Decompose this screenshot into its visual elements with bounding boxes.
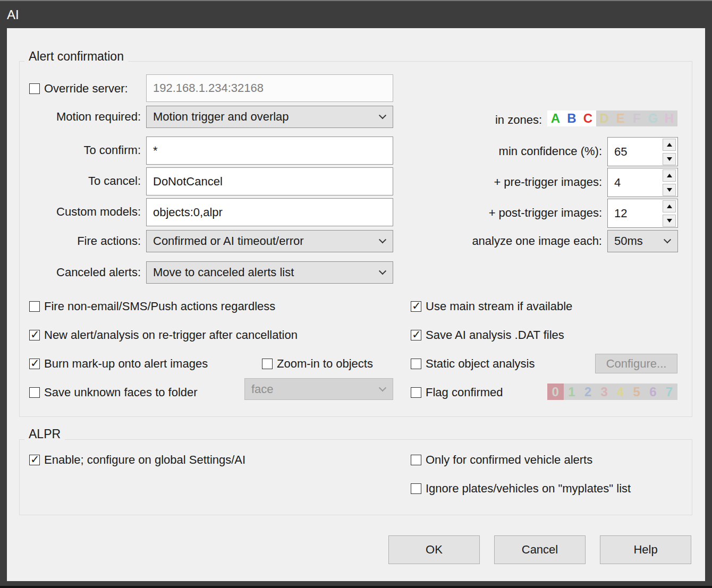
configure-button: Configure... (595, 354, 677, 373)
flag-cell-0[interactable]: 0 (547, 384, 564, 400)
alpr-groupbox (19, 439, 692, 515)
analyze-interval-select[interactable]: 50ms (607, 230, 678, 252)
alpr-ignore-plates-checkbox-row[interactable]: Ignore plates/vehicles on "myplates" lis… (411, 483, 631, 495)
static-object-checkbox-row[interactable]: Static object analysis (411, 358, 535, 370)
in-zones-label: in zones: (414, 112, 542, 128)
save-dat-files-label: Save AI analysis .DAT files (426, 328, 564, 342)
arrow-down-icon (667, 188, 672, 192)
fire-non-email-label: Fire non-email/SMS/Push actions regardle… (44, 300, 275, 313)
flag-cell-3[interactable]: 3 (596, 384, 613, 400)
motion-required-select[interactable]: Motion trigger and overlap (146, 106, 393, 128)
burn-markup-label: Burn mark-up onto alert images (44, 357, 208, 371)
zone-cell-d[interactable]: D (596, 110, 613, 126)
canceled-alerts-select[interactable]: Move to canceled alerts list (146, 261, 393, 284)
post-trigger-value: 12 (608, 207, 627, 220)
use-main-stream-checkbox-row[interactable]: Use main stream if available (411, 301, 572, 312)
spin-down-button[interactable] (663, 215, 676, 227)
zone-selector[interactable]: A B C D E F G H (547, 110, 677, 126)
help-button[interactable]: Help (600, 535, 691, 564)
ok-button[interactable]: OK (388, 535, 480, 564)
canceled-alerts-value: Move to canceled alerts list (153, 266, 294, 279)
flag-cell-4[interactable]: 4 (612, 384, 629, 400)
to-cancel-input[interactable]: DoNotCancel (146, 167, 393, 195)
arrow-up-icon (667, 143, 672, 147)
arrow-up-icon (667, 174, 672, 177)
flag-confirmed-checkbox-row[interactable]: Flag confirmed (411, 387, 503, 398)
zone-cell-a[interactable]: A (547, 110, 564, 126)
arrow-up-icon (667, 204, 672, 208)
to-cancel-value: DoNotCancel (153, 175, 223, 189)
to-cancel-label: To cancel: (19, 173, 141, 189)
zoom-in-objects-checkbox-row[interactable]: Zoom-in to objects (262, 358, 373, 370)
title-bar[interactable]: AI (0, 1, 712, 28)
alpr-ignore-plates-checkbox[interactable] (411, 483, 421, 494)
flag-confirmed-label: Flag confirmed (426, 386, 503, 399)
new-alert-retrigger-label: New alert/analysis on re-trigger after c… (44, 328, 298, 342)
custom-models-value: objects:0,alpr (153, 206, 223, 219)
alpr-ignore-plates-label: Ignore plates/vehicles on "myplates" lis… (426, 482, 631, 496)
flag-confirmed-checkbox[interactable] (411, 387, 421, 398)
fire-non-email-checkbox[interactable] (29, 301, 40, 312)
use-main-stream-checkbox[interactable] (411, 301, 421, 312)
fire-actions-value: Confirmed or AI timeout/error (153, 234, 304, 248)
override-server-value: 192.168.1.234:32168 (153, 81, 264, 95)
override-server-checkbox[interactable] (29, 83, 40, 94)
custom-models-input[interactable]: objects:0,alpr (146, 198, 393, 226)
pre-trigger-spinner[interactable]: 4 (607, 168, 678, 197)
flag-cell-7[interactable]: 7 (661, 384, 677, 400)
spin-up-button[interactable] (663, 139, 676, 151)
to-confirm-value: * (153, 144, 158, 158)
zone-cell-c[interactable]: C (580, 110, 596, 126)
alpr-only-confirmed-checkbox-row[interactable]: Only for confirmed vehicle alerts (411, 454, 592, 466)
fire-non-email-checkbox-row[interactable]: Fire non-email/SMS/Push actions regardle… (29, 301, 275, 312)
save-unknown-faces-checkbox[interactable] (29, 387, 40, 398)
burn-markup-checkbox-row[interactable]: Burn mark-up onto alert images (29, 358, 208, 370)
motion-required-label: Motion required: (19, 109, 141, 125)
burn-markup-checkbox[interactable] (29, 359, 40, 369)
to-confirm-input[interactable]: * (146, 137, 393, 165)
save-unknown-faces-checkbox-row[interactable]: Save unknown faces to folder (29, 387, 198, 398)
spin-up-button[interactable] (663, 200, 676, 212)
static-object-label: Static object analysis (426, 357, 535, 371)
arrow-down-icon (667, 157, 672, 161)
flag-cell-6[interactable]: 6 (645, 384, 662, 400)
flag-color-selector[interactable]: 0 1 2 3 4 5 6 7 (547, 384, 677, 400)
analyze-interval-value: 50ms (614, 234, 643, 248)
spin-up-button[interactable] (663, 169, 676, 182)
new-alert-retrigger-checkbox[interactable] (29, 330, 40, 340)
cancel-button[interactable]: Cancel (494, 535, 586, 564)
flag-cell-1[interactable]: 1 (564, 384, 580, 400)
spin-down-button[interactable] (663, 184, 676, 196)
zone-cell-e[interactable]: E (612, 110, 629, 126)
post-trigger-spinner[interactable]: 12 (607, 199, 678, 228)
zone-cell-f[interactable]: F (629, 110, 645, 126)
zone-cell-h[interactable]: H (661, 110, 677, 126)
static-object-checkbox[interactable] (411, 359, 421, 369)
flag-cell-2[interactable]: 2 (580, 384, 596, 400)
zoom-in-objects-checkbox[interactable] (262, 359, 273, 369)
min-confidence-value: 65 (608, 145, 627, 159)
zoom-in-objects-label: Zoom-in to objects (277, 357, 373, 371)
min-confidence-spinner[interactable]: 65 (607, 137, 678, 166)
alpr-enable-checkbox-row[interactable]: Enable; configure on global Settings/AI (29, 454, 245, 466)
zone-cell-b[interactable]: B (564, 110, 580, 126)
ok-button-label: OK (426, 543, 443, 557)
faces-folder-select: face (244, 378, 393, 400)
override-server-input[interactable]: 192.168.1.234:32168 (146, 74, 393, 102)
zone-cell-g[interactable]: G (645, 110, 662, 126)
fire-actions-select[interactable]: Confirmed or AI timeout/error (146, 230, 393, 252)
spin-down-button[interactable] (663, 153, 676, 165)
to-confirm-label: To confirm: (19, 142, 141, 158)
alpr-only-confirmed-checkbox[interactable] (411, 455, 421, 465)
chevron-down-icon (379, 112, 386, 119)
save-dat-files-checkbox[interactable] (411, 330, 421, 340)
override-server-checkbox-row[interactable]: Override server: (29, 83, 128, 95)
save-unknown-faces-label: Save unknown faces to folder (44, 386, 198, 399)
flag-cell-5[interactable]: 5 (629, 384, 645, 400)
custom-models-label: Custom models: (19, 204, 141, 220)
save-dat-files-checkbox-row[interactable]: Save AI analysis .DAT files (411, 329, 564, 341)
new-alert-retrigger-checkbox-row[interactable]: New alert/analysis on re-trigger after c… (29, 329, 298, 341)
alpr-enable-checkbox[interactable] (29, 455, 40, 465)
arrow-down-icon (667, 219, 672, 223)
pre-trigger-label: + pre-trigger images: (414, 174, 602, 190)
